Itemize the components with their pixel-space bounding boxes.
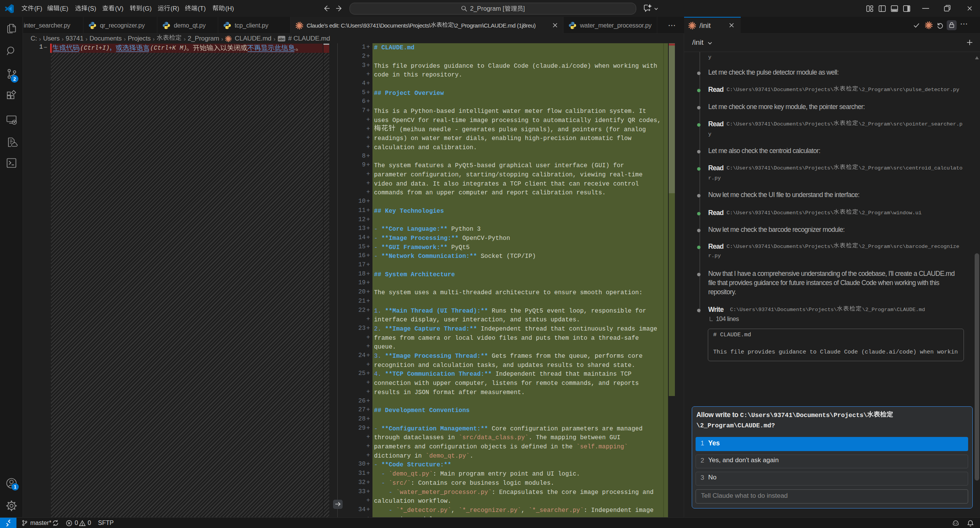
- svg-text:abc: abc: [278, 37, 284, 41]
